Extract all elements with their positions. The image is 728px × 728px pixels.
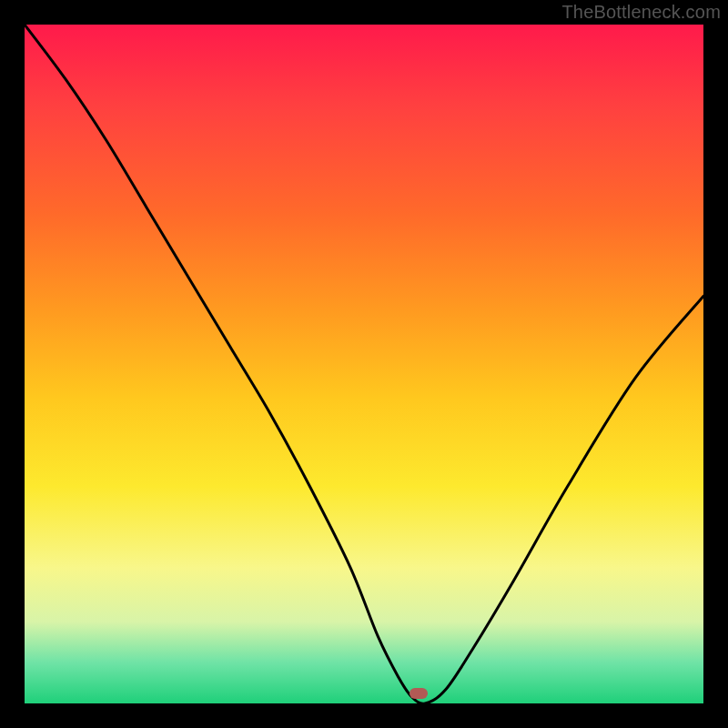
plot-gradient-background — [25, 25, 703, 703]
optimal-marker — [410, 688, 428, 699]
attribution-text: TheBottleneck.com — [561, 2, 721, 23]
plot-outer — [25, 25, 703, 703]
chart-frame: TheBottleneck.com — [0, 0, 728, 728]
